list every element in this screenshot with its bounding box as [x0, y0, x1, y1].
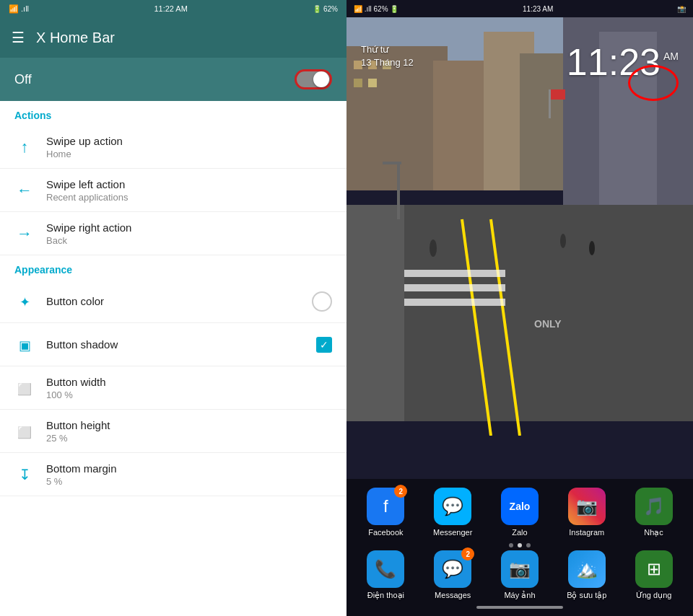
- button-color-title: Button color: [46, 295, 300, 307]
- home-dots: [352, 543, 687, 547]
- app-camera[interactable]: 📷 Máy ảnh: [491, 550, 549, 600]
- hamburger-menu[interactable]: ☰: [12, 29, 25, 46]
- toggle-track: [295, 69, 332, 89]
- app-facebook[interactable]: f 2 Facebook: [357, 488, 414, 537]
- app-apps[interactable]: ⊞ Ứng dụng: [625, 550, 683, 600]
- color-picker-circle[interactable]: [312, 291, 332, 312]
- camera-icon[interactable]: 📷: [501, 550, 539, 588]
- battery-icon: 🔋 62%: [313, 5, 338, 13]
- button-height-text: Button height 25 %: [46, 419, 332, 444]
- button-color-control[interactable]: [312, 291, 332, 312]
- left-status-bar-left: 📶 .ıll: [9, 4, 29, 14]
- swipe-right-title: Swipe right action: [46, 221, 332, 234]
- toggle-row: Off: [0, 58, 346, 101]
- swipe-up-title: Swipe up action: [46, 135, 332, 147]
- toggle-switch[interactable]: [295, 69, 332, 89]
- time-big: 11:23: [567, 43, 661, 81]
- dot2: [518, 543, 522, 547]
- swipe-right-icon: [14, 224, 35, 243]
- svg-rect-21: [549, 89, 551, 118]
- toggle-thumb: [313, 71, 329, 87]
- shadow-icon: [14, 335, 35, 354]
- messages-label: Messages: [435, 591, 471, 599]
- svg-rect-19: [354, 79, 362, 87]
- left-status-bar-time: 11:22 AM: [154, 4, 187, 13]
- button-width-text: Button width 100 %: [46, 376, 332, 400]
- svg-rect-20: [368, 79, 377, 87]
- app-zalo[interactable]: Zalo Zalo: [491, 488, 549, 537]
- svg-point-25: [560, 234, 566, 248]
- messages-icon[interactable]: 💬 2: [434, 550, 471, 588]
- swipe-up-item[interactable]: Swipe up action Home: [0, 126, 346, 169]
- button-color-item[interactable]: Button color: [0, 280, 346, 323]
- zalo-label: Zalo: [512, 528, 527, 537]
- button-width-title: Button width: [46, 376, 332, 388]
- button-height-item[interactable]: Button height 25 %: [0, 410, 346, 453]
- date-line2: 13 Tháng 12: [361, 56, 414, 69]
- gallery-icon[interactable]: 🏔️: [568, 550, 606, 588]
- swipe-up-icon: [14, 138, 35, 157]
- facebook-label: Facebook: [368, 528, 403, 537]
- left-status-icons: 🔋 62%: [313, 5, 338, 13]
- time-display: 11:23 AM: [567, 43, 679, 81]
- messages-badge: 2: [461, 547, 474, 560]
- app-music[interactable]: 🎵 Nhạc: [625, 488, 683, 537]
- palette-icon: [14, 292, 35, 311]
- music-icon[interactable]: 🎵: [635, 488, 673, 525]
- swipe-up-subtitle: Home: [46, 149, 332, 159]
- button-width-item[interactable]: Button width 100 %: [0, 366, 346, 410]
- music-label: Nhạc: [644, 528, 663, 537]
- right-status-signal: 📶 .ıll 62% 🔋: [354, 5, 398, 13]
- apps-label: Ứng dụng: [636, 591, 672, 600]
- dot3: [526, 543, 531, 547]
- right-status-time: 11:23 AM: [523, 5, 553, 13]
- svg-rect-10: [404, 270, 505, 277]
- time-ampm: AM: [663, 50, 679, 62]
- facebook-badge: 2: [394, 485, 407, 498]
- svg-rect-22: [551, 89, 565, 100]
- dot1: [509, 543, 513, 547]
- left-panel: 📶 .ıll 11:22 AM 🔋 62% ☰ X Home Bar Off A…: [0, 0, 346, 616]
- app-messenger[interactable]: 💬 Messenger: [424, 488, 481, 537]
- app-row-2: 📞 Điện thoại 💬 2 Messages 📷 Máy ảnh 🏔️ B…: [352, 550, 687, 600]
- apps-icon[interactable]: ⊞: [635, 550, 673, 588]
- button-height-title: Button height: [46, 419, 332, 431]
- button-shadow-text: Button shadow: [46, 338, 305, 351]
- svg-point-26: [589, 241, 595, 255]
- date-line1: Thứ tư: [361, 43, 414, 56]
- phone-label: Điện thoại: [367, 591, 404, 600]
- svg-rect-14: [397, 162, 400, 219]
- messenger-icon[interactable]: 💬: [434, 488, 471, 525]
- swipe-right-item[interactable]: Swipe right action Back: [0, 212, 346, 255]
- facebook-icon[interactable]: f 2: [367, 488, 404, 525]
- app-dock: f 2 Facebook 💬 Messenger Zalo Zalo 📷 Ins…: [346, 479, 693, 616]
- instagram-icon[interactable]: 📷: [568, 488, 606, 525]
- messenger-label: Messenger: [433, 528, 472, 537]
- swipe-left-title: Swipe left action: [46, 178, 332, 190]
- app-messages[interactable]: 💬 2 Messages: [424, 550, 481, 599]
- shadow-checkbox[interactable]: ✓: [316, 337, 332, 353]
- swipe-left-item[interactable]: Swipe left action Recent applications: [0, 169, 346, 212]
- zalo-text: Zalo: [510, 501, 531, 512]
- bottom-margin-item[interactable]: Bottom margin 5 %: [0, 453, 346, 496]
- button-width-subtitle: 100 %: [46, 390, 332, 400]
- zalo-icon[interactable]: Zalo: [501, 488, 539, 525]
- right-status-icons: 📸: [677, 5, 686, 13]
- bottom-margin-text: Bottom margin 5 %: [46, 462, 332, 487]
- button-shadow-item[interactable]: Button shadow ✓: [0, 323, 346, 366]
- height-icon: [14, 422, 35, 441]
- app-phone[interactable]: 📞 Điện thoại: [357, 550, 414, 600]
- phone-icon[interactable]: 📞: [367, 550, 404, 588]
- actions-section-label: Actions: [0, 101, 346, 126]
- bottom-margin-subtitle: 5 %: [46, 476, 332, 487]
- top-bar: ☰ X Home Bar: [0, 17, 346, 58]
- button-shadow-control[interactable]: ✓: [316, 337, 332, 353]
- camera-label: Máy ảnh: [504, 591, 535, 600]
- appearance-section-label: Appearance: [0, 255, 346, 280]
- app-gallery[interactable]: 🏔️ Bộ sưu tập: [558, 550, 616, 600]
- right-status-bar: 📶 .ıll 62% 🔋 11:23 AM 📸: [346, 0, 693, 17]
- app-instagram[interactable]: 📷 Instagram: [558, 488, 616, 537]
- app-row-1: f 2 Facebook 💬 Messenger Zalo Zalo 📷 Ins…: [352, 488, 687, 537]
- left-status-bar: 📶 .ıll 11:22 AM 🔋 62%: [0, 0, 346, 17]
- button-shadow-title: Button shadow: [46, 338, 305, 351]
